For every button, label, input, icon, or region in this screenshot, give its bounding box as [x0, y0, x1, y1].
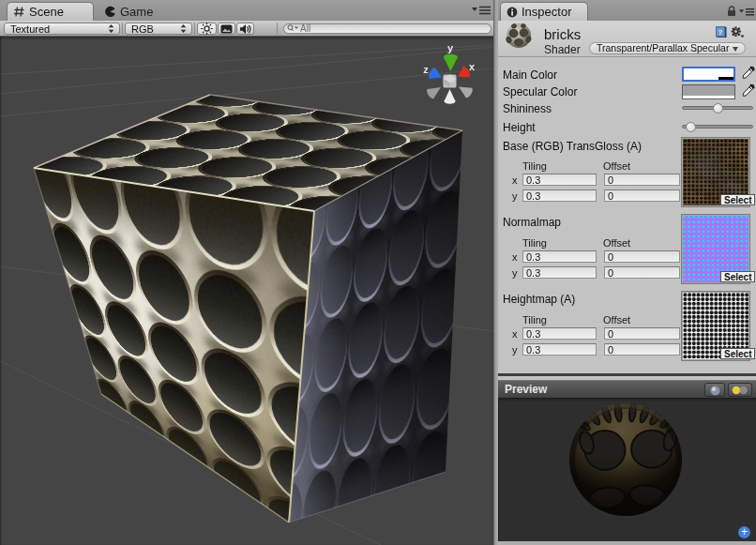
svg-text:y: y: [447, 42, 454, 53]
svg-text:x: x: [469, 61, 476, 72]
svg-text:z: z: [423, 64, 429, 75]
svg-text:?: ?: [718, 28, 723, 37]
